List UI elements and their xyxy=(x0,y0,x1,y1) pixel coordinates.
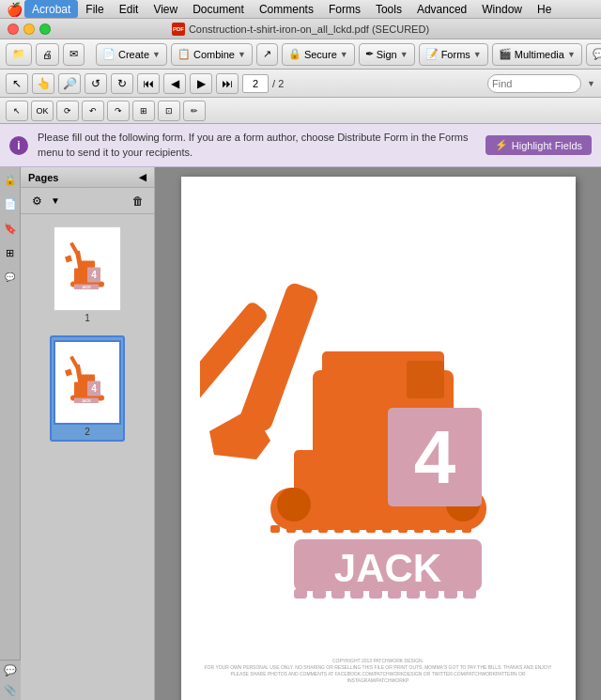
secure-button[interactable]: 🔒 Secure ▼ xyxy=(282,43,355,66)
highlight-icon: ⚡ xyxy=(495,139,508,151)
chat-icon[interactable]: 💬 xyxy=(4,664,17,677)
open-button[interactable]: 📁 xyxy=(6,43,32,66)
forms-tool-4[interactable]: ↷ xyxy=(107,101,130,121)
forms-tool-2[interactable]: ⟳ xyxy=(56,101,79,121)
menu-view[interactable]: View xyxy=(146,0,185,18)
svg-rect-51 xyxy=(388,589,401,599)
forms-tool-7[interactable]: ✏ xyxy=(183,101,206,121)
menu-file[interactable]: File xyxy=(78,0,111,18)
menu-comments[interactable]: Comments xyxy=(252,0,321,18)
menu-advanced[interactable]: Advanced xyxy=(409,0,474,18)
svg-rect-31 xyxy=(318,525,328,533)
svg-point-41 xyxy=(277,488,311,521)
svg-marker-4 xyxy=(65,255,72,262)
page-label-1: 1 xyxy=(85,313,90,323)
svg-text:4: 4 xyxy=(413,415,455,499)
panel-icon-comments[interactable]: 💬 xyxy=(2,269,19,286)
rotate-ccw-button[interactable]: ↺ xyxy=(85,73,107,94)
email-button[interactable]: ✉ xyxy=(63,43,85,66)
forms-button[interactable]: 📝 Forms ▼ xyxy=(419,43,488,66)
svg-rect-52 xyxy=(407,589,420,599)
highlight-fields-button[interactable]: ⚡ Highlight Fields xyxy=(485,135,592,155)
export-button[interactable]: ↗ xyxy=(256,43,278,66)
panel-icon-bookmarks[interactable]: 🔖 xyxy=(2,220,19,237)
combine-button[interactable]: 📋 Combine ▼ xyxy=(171,43,253,66)
next-page-button[interactable]: ▶ xyxy=(190,73,212,94)
paperclip-icon[interactable]: 📎 xyxy=(4,684,17,696)
menu-bar: 🍎 Acrobat File Edit View Document Commen… xyxy=(0,0,601,19)
page-thumb-1[interactable]: 4 JACK 1 xyxy=(50,222,125,328)
pdf-content-area[interactable]: 4 JACK xyxy=(155,167,601,700)
main-area: 🔒 📄 🔖 ⊞ 💬 Pages ◀ ⚙ ▼ 🗑 xyxy=(0,167,601,700)
forms-select-btn[interactable]: ↖ xyxy=(6,101,28,121)
menu-tools[interactable]: Tools xyxy=(368,0,409,18)
svg-rect-37 xyxy=(414,525,424,533)
svg-rect-22 xyxy=(407,361,444,398)
zoom-tool[interactable]: 🔎 xyxy=(58,73,81,94)
forms-tool-3[interactable]: ↶ xyxy=(82,101,104,121)
svg-rect-49 xyxy=(350,589,363,599)
page-thumb-2[interactable]: 4 JACK 2 xyxy=(50,335,125,442)
sidebar-collapse[interactable]: ◀ xyxy=(139,172,146,182)
last-page-button[interactable]: ⏭ xyxy=(216,73,239,94)
notification-bar: i Please fill out the following form. If… xyxy=(0,124,601,167)
thumb-svg-1: 4 JACK xyxy=(59,234,116,304)
sign-arrow: ▼ xyxy=(400,50,408,59)
bottom-left-icons: 💬 📎 xyxy=(0,660,21,700)
sign-icon: ✒ xyxy=(365,48,374,60)
combine-arrow: ▼ xyxy=(238,50,246,59)
sidebar-delete[interactable]: 🗑 xyxy=(128,191,148,211)
create-icon: 📄 xyxy=(102,48,116,60)
secure-arrow: ▼ xyxy=(340,50,348,59)
comment-button[interactable]: 💬 Comment ▼ xyxy=(586,43,601,66)
sidebar-header: Pages ◀ xyxy=(21,167,154,188)
print-icon: 🖨 xyxy=(42,49,53,60)
lock-icon: 🔒 xyxy=(288,48,301,60)
menu-forms[interactable]: Forms xyxy=(321,0,368,18)
svg-text:4: 4 xyxy=(91,382,97,393)
create-button[interactable]: 📄 Create ▼ xyxy=(96,43,167,66)
thumb-image-1: 4 JACK xyxy=(54,226,121,311)
window-title: PDF Construction-t-shirt-iron-on_all_lck… xyxy=(172,23,429,36)
svg-rect-28 xyxy=(270,525,280,533)
maximize-button[interactable] xyxy=(39,23,51,35)
close-button[interactable] xyxy=(8,23,19,35)
panel-icon-pages[interactable]: 📄 xyxy=(2,195,19,212)
notification-icon: i xyxy=(9,136,28,155)
print-button[interactable]: 🖨 xyxy=(36,43,59,66)
sidebar-settings[interactable]: ⚙ xyxy=(26,191,47,211)
menu-help[interactable]: He xyxy=(530,0,559,18)
forms-tool-5[interactable]: ⊞ xyxy=(132,101,155,121)
first-page-button[interactable]: ⏮ xyxy=(137,73,160,94)
prev-page-button[interactable]: ◀ xyxy=(163,73,186,94)
sign-button[interactable]: ✒ Sign ▼ xyxy=(359,43,415,66)
menu-window[interactable]: Window xyxy=(474,0,530,18)
panel-icon-layers[interactable]: ⊞ xyxy=(2,244,19,261)
forms-toolbar: ↖ OK ⟳ ↶ ↷ ⊞ ⊡ ✏ xyxy=(0,98,601,124)
select-tool[interactable]: ↖ xyxy=(6,73,28,94)
multimedia-button[interactable]: 🎬 Multimedia ▼ xyxy=(492,43,582,66)
sidebar-settings-arrow[interactable]: ▼ xyxy=(51,195,60,206)
sidebar-title: Pages xyxy=(28,172,58,183)
svg-rect-55 xyxy=(463,589,476,599)
svg-rect-53 xyxy=(425,589,439,599)
svg-rect-38 xyxy=(430,525,439,533)
menu-acrobat[interactable]: Acrobat xyxy=(24,0,78,18)
minimize-button[interactable] xyxy=(23,23,35,35)
find-input[interactable] xyxy=(487,74,581,93)
hand-tool[interactable]: 👆 xyxy=(32,73,54,94)
nav-bar: ↖ 👆 🔎 ↺ ↻ ⏮ ◀ ▶ ⏭ 2 / 2 ▼ xyxy=(0,70,601,98)
rotate-cw-button[interactable]: ↻ xyxy=(111,73,133,94)
page-number-input[interactable]: 2 xyxy=(242,74,269,93)
svg-rect-50 xyxy=(369,589,382,599)
apple-menu[interactable]: 🍎 xyxy=(4,2,24,17)
menu-edit[interactable]: Edit xyxy=(112,0,146,18)
svg-text:4: 4 xyxy=(91,269,97,279)
panel-icon-lock[interactable]: 🔒 xyxy=(2,171,19,188)
forms-tool-6[interactable]: ⊡ xyxy=(158,101,180,121)
menu-document[interactable]: Document xyxy=(185,0,252,18)
forms-tool-1[interactable]: OK xyxy=(31,101,54,121)
svg-marker-14 xyxy=(65,368,72,376)
sidebar-toolbar: ⚙ ▼ 🗑 xyxy=(21,188,154,214)
svg-rect-32 xyxy=(334,525,344,533)
